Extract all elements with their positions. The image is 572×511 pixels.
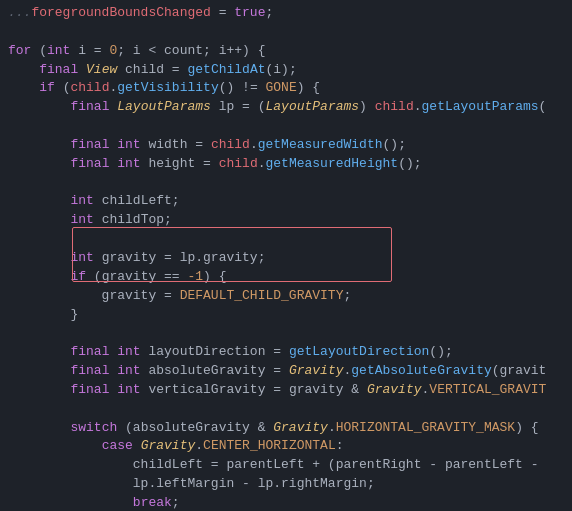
code-text: ();	[398, 155, 421, 174]
code-text	[8, 362, 70, 381]
code-text: childLeft;	[94, 192, 180, 211]
code-text: lp = (	[211, 98, 266, 117]
code-text: break	[133, 494, 172, 511]
code-text: getLayoutDirection	[289, 343, 429, 362]
code-line: if (gravity == -1) {	[0, 268, 572, 287]
code-text: .	[344, 362, 352, 381]
code-text: for	[8, 42, 31, 61]
code-line: final int verticalGravity = gravity & Gr…	[0, 381, 572, 400]
code-text: int	[117, 155, 140, 174]
code-line: ...foregroundBoundsChanged = true;	[0, 4, 572, 23]
code-text: parentLeft	[437, 456, 531, 475]
code-text: final	[70, 381, 109, 400]
code-line: gravity = DEFAULT_CHILD_GRAVITY;	[0, 287, 572, 306]
code-text	[8, 268, 70, 287]
code-text	[109, 98, 117, 117]
code-text: getMeasuredHeight	[266, 155, 399, 174]
code-line	[0, 174, 572, 193]
code-text: getVisibility	[117, 79, 218, 98]
code-text: ...	[8, 4, 31, 23]
code-text: .	[258, 155, 266, 174]
code-text: width =	[141, 136, 211, 155]
code-text: int	[70, 192, 93, 211]
code-text	[8, 192, 70, 211]
code-text: switch	[70, 419, 117, 438]
code-text	[8, 249, 70, 268]
code-line: final int height = child.getMeasuredHeig…	[0, 155, 572, 174]
code-text	[109, 155, 117, 174]
code-text: getAbsoluteGravity	[351, 362, 491, 381]
code-text: 0	[109, 42, 117, 61]
code-text: ();	[383, 136, 406, 155]
code-text: .	[328, 419, 336, 438]
code-line: break;	[0, 494, 572, 511]
code-text: LayoutParams	[117, 98, 211, 117]
code-text: childTop;	[94, 211, 172, 230]
code-text	[78, 61, 86, 80]
code-text: int	[117, 381, 140, 400]
code-text: final	[70, 343, 109, 362]
code-text: -	[531, 456, 539, 475]
code-text	[8, 98, 70, 117]
code-text	[8, 437, 102, 456]
code-text: (i);	[266, 61, 297, 80]
code-text	[8, 61, 39, 80]
code-text: :	[336, 437, 344, 456]
code-text: if	[70, 268, 86, 287]
code-text: Gravity	[141, 437, 196, 456]
code-text: gravity = lp.gravity;	[94, 249, 266, 268]
code-text	[109, 136, 117, 155]
code-text: }	[8, 306, 78, 325]
code-line	[0, 117, 572, 136]
code-text: absoluteGravity =	[141, 362, 289, 381]
code-text: CENTER_HORIZONTAL	[203, 437, 336, 456]
code-text: ) {	[203, 268, 226, 287]
code-line: int childLeft;	[0, 192, 572, 211]
code-text: int	[70, 249, 93, 268]
code-line: final LayoutParams lp = (LayoutParams) c…	[0, 98, 572, 117]
code-line: childLeft = parentLeft + (parentRight - …	[0, 456, 572, 475]
code-line: switch (absoluteGravity & Gravity.HORIZO…	[0, 419, 572, 438]
code-text: (absoluteGravity &	[117, 419, 273, 438]
code-editor: ...foregroundBoundsChanged = true; for (…	[0, 0, 572, 511]
code-text: foregroundBoundsChanged	[31, 4, 210, 23]
code-line	[0, 324, 572, 343]
code-text: case	[102, 437, 133, 456]
code-text	[8, 79, 39, 98]
code-text: child	[70, 79, 109, 98]
code-line: int gravity = lp.gravity;	[0, 249, 572, 268]
code-text: Gravity	[273, 419, 328, 438]
code-line: lp.leftMargin - lp.rightMargin;	[0, 475, 572, 494]
code-line: final int width = child.getMeasuredWidth…	[0, 136, 572, 155]
code-text: final	[70, 155, 109, 174]
code-text: ) {	[515, 419, 538, 438]
code-text: gravity =	[8, 287, 180, 306]
code-text: child	[375, 98, 414, 117]
code-text: .	[414, 98, 422, 117]
code-text: DEFAULT_CHILD_GRAVITY	[180, 287, 344, 306]
code-text: final	[70, 136, 109, 155]
code-line: int childTop;	[0, 211, 572, 230]
code-text: int	[70, 211, 93, 230]
code-text: (	[31, 42, 47, 61]
code-text: ;	[265, 4, 273, 23]
code-text: .	[250, 136, 258, 155]
code-text: VERTICAL_GRAVIT	[429, 381, 546, 400]
code-text: true	[234, 4, 265, 23]
code-line: if (child.getVisibility() != GONE) {	[0, 79, 572, 98]
code-text	[8, 494, 133, 511]
code-text	[109, 343, 117, 362]
code-text: child =	[117, 61, 187, 80]
code-text	[8, 381, 70, 400]
code-line: for (int i = 0; i < count; i++) {	[0, 42, 572, 61]
code-text: ;	[172, 494, 180, 511]
code-text: lp.leftMargin	[8, 475, 242, 494]
code-text: height =	[141, 155, 219, 174]
code-text: .	[422, 381, 430, 400]
code-text	[109, 362, 117, 381]
code-text: ; i < count; i++) {	[117, 42, 265, 61]
code-text: )	[359, 98, 375, 117]
code-text: (gravit	[492, 362, 547, 381]
code-text: () !=	[219, 79, 266, 98]
code-text: .	[109, 79, 117, 98]
